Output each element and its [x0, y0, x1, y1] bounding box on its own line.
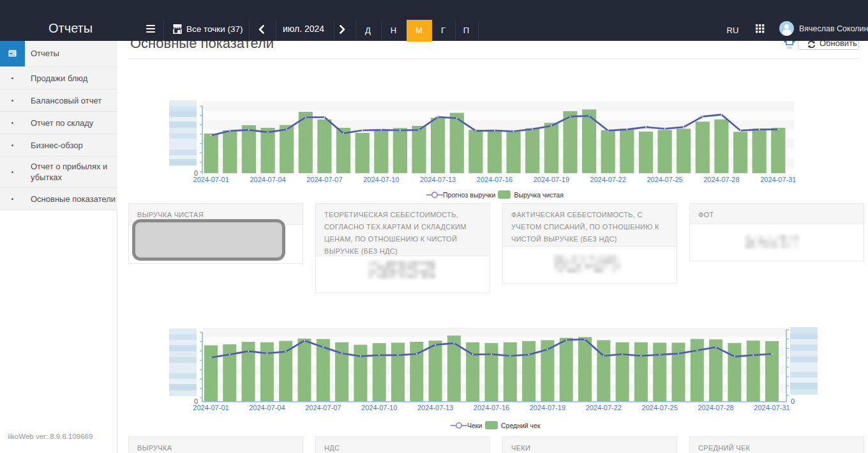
svg-text:2024-07-31: 2024-07-31: [760, 176, 796, 183]
svg-text:2024-07-28: 2024-07-28: [698, 404, 733, 411]
svg-text:2024-07-16: 2024-07-16: [474, 404, 509, 411]
svg-text:2024-07-22: 2024-07-22: [586, 404, 622, 411]
svg-text:2024-07-31: 2024-07-31: [754, 404, 789, 411]
svg-text:2024-07-19: 2024-07-19: [534, 176, 569, 183]
svg-text:0: 0: [194, 397, 198, 405]
svg-text:2024-07-01: 2024-07-01: [193, 176, 229, 183]
svg-text:2024-07-01: 2024-07-01: [193, 404, 228, 411]
svg-text:2024-07-25: 2024-07-25: [642, 404, 678, 411]
svg-text:2024-07-10: 2024-07-10: [361, 404, 397, 411]
svg-text:0: 0: [194, 169, 198, 177]
svg-text:2024-07-04: 2024-07-04: [250, 176, 285, 183]
svg-text:2024-07-28: 2024-07-28: [703, 176, 739, 183]
svg-text:2024-07-19: 2024-07-19: [530, 404, 565, 411]
svg-text:0: 0: [791, 397, 795, 405]
svg-text:2024-07-04: 2024-07-04: [249, 404, 285, 411]
svg-text:2024-07-22: 2024-07-22: [590, 176, 626, 183]
svg-text:2024-07-10: 2024-07-10: [363, 176, 399, 183]
svg-text:2024-07-25: 2024-07-25: [647, 176, 682, 183]
svg-text:2024-07-16: 2024-07-16: [477, 176, 513, 183]
svg-text:2024-07-07: 2024-07-07: [305, 404, 341, 411]
svg-text:2024-07-07: 2024-07-07: [306, 176, 342, 183]
svg-text:2024-07-13: 2024-07-13: [417, 404, 453, 411]
svg-text:2024-07-13: 2024-07-13: [420, 176, 456, 183]
